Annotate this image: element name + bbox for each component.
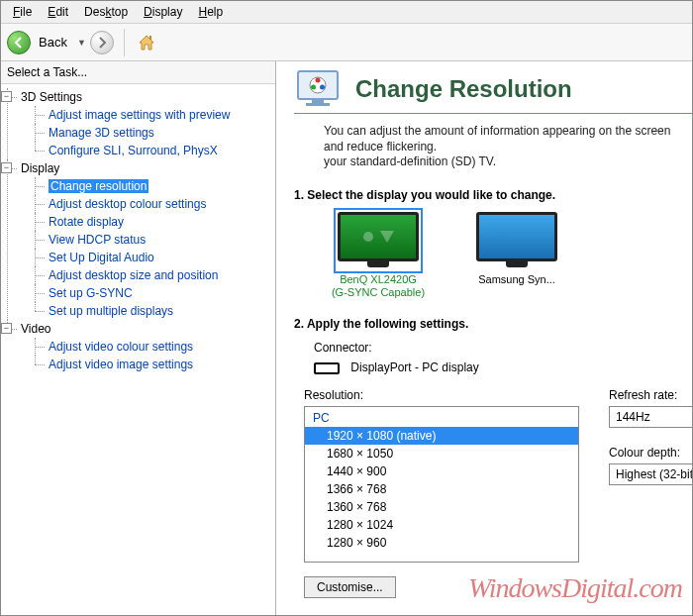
svg-rect-0	[149, 36, 151, 40]
resolution-option[interactable]: 1920 × 1080 (native)	[305, 427, 578, 445]
resolution-option[interactable]: 1360 × 768	[305, 498, 578, 516]
colour-depth-value: Highest (32-bit)	[616, 467, 692, 481]
svg-rect-2	[312, 99, 324, 103]
tree-item[interactable]: Set Up Digital Audio	[35, 249, 273, 266]
monitor-item-samsung[interactable]: Samsung Syn...	[462, 212, 571, 299]
intro-text: You can adjust the amount of information…	[324, 124, 692, 170]
connector-value: DisplayPort - PC display	[350, 360, 478, 374]
monitor-settings-icon	[294, 69, 342, 109]
menu-file[interactable]: File	[5, 3, 40, 21]
svg-point-8	[363, 232, 373, 242]
resolution-option[interactable]: 1366 × 768	[305, 480, 578, 498]
step1-header: 1. Select the display you would like to …	[294, 188, 692, 202]
resolution-label: Resolution:	[304, 388, 579, 402]
task-header: Select a Task...	[1, 61, 275, 84]
monitor-icon	[476, 212, 557, 269]
monitor-item-benq[interactable]: BenQ XL2420G (G-SYNC Capable)	[324, 212, 433, 299]
main-area: Select a Task... − 3D Settings Adjust im…	[1, 61, 692, 616]
tree-item[interactable]: Rotate display	[35, 213, 273, 231]
toolbar-separator	[124, 29, 125, 56]
menu-help[interactable]: Help	[190, 3, 231, 21]
refresh-rate-select[interactable]: 144Hz ▾	[609, 406, 692, 428]
back-dropdown-icon[interactable]: ▼	[77, 38, 86, 48]
monitor-label: Samsung Syn...	[462, 273, 571, 286]
collapse-icon[interactable]: −	[1, 323, 12, 334]
svg-point-6	[311, 85, 316, 90]
refresh-rate-value: 144Hz	[616, 410, 650, 424]
menu-display[interactable]: Display	[136, 3, 190, 21]
monitor-icon	[338, 212, 419, 269]
resolution-option[interactable]: 1280 × 960	[305, 534, 578, 552]
task-tree: − 3D Settings Adjust image settings with…	[1, 84, 275, 377]
resolution-option[interactable]: 1680 × 1050	[305, 445, 578, 462]
tree-item[interactable]: Set up G-SYNC	[35, 284, 273, 302]
tree-item[interactable]: Adjust video image settings	[35, 356, 273, 373]
displayport-icon	[314, 362, 340, 374]
monitor-list: BenQ XL2420G (G-SYNC Capable) Samsung Sy…	[324, 212, 692, 299]
refresh-label: Refresh rate:	[609, 388, 692, 402]
resolution-option[interactable]: 1280 × 1024	[305, 516, 578, 534]
svg-point-5	[316, 78, 321, 83]
collapse-icon[interactable]: −	[1, 162, 12, 173]
connector-value-row: DisplayPort - PC display	[314, 360, 692, 374]
svg-rect-3	[306, 103, 330, 106]
toolbar: Back ▼	[1, 24, 692, 61]
svg-point-7	[320, 85, 325, 90]
watermark: WindowsDigital.com	[468, 572, 682, 604]
collapse-icon[interactable]: −	[1, 91, 12, 102]
tree-item[interactable]: Adjust image settings with preview	[35, 106, 273, 124]
home-icon[interactable]	[135, 31, 158, 54]
title-rule	[294, 113, 692, 114]
tree-item[interactable]: Adjust desktop colour settings	[35, 195, 273, 213]
tree-display[interactable]: − Display Change resolution Adjust deskt…	[7, 159, 273, 320]
resolution-option[interactable]: 1440 × 900	[305, 462, 578, 480]
connector-label: Connector:	[314, 341, 692, 355]
resolution-group: PC	[305, 409, 578, 427]
tree-item[interactable]: Configure SLI, Surround, PhysX	[35, 142, 273, 159]
tree-video[interactable]: − Video Adjust video colour settings Adj…	[7, 320, 273, 373]
depth-label: Colour depth:	[609, 446, 692, 460]
tree-item[interactable]: Manage 3D settings	[35, 124, 273, 142]
back-label[interactable]: Back	[39, 35, 67, 50]
sidebar: Select a Task... − 3D Settings Adjust im…	[1, 61, 276, 616]
customise-button[interactable]: Customise...	[304, 576, 396, 598]
back-button-icon[interactable]	[7, 31, 31, 54]
step2-header: 2. Apply the following settings.	[294, 317, 692, 331]
menu-bar: File Edit Desktop Display Help	[1, 1, 692, 24]
tree-item[interactable]: Set up multiple displays	[35, 302, 273, 320]
menu-desktop[interactable]: Desktop	[76, 3, 136, 21]
tree-item[interactable]: Adjust desktop size and position	[35, 266, 273, 284]
forward-button-icon[interactable]	[90, 31, 114, 54]
tree-3d-settings[interactable]: − 3D Settings Adjust image settings with…	[7, 88, 273, 159]
tree-item-change-resolution[interactable]: Change resolution	[35, 177, 273, 195]
page-title: Change Resolution	[355, 75, 572, 103]
content-panel: Change Resolution You can adjust the amo…	[276, 61, 692, 616]
monitor-label: BenQ XL2420G (G-SYNC Capable)	[324, 273, 433, 299]
colour-depth-select[interactable]: Highest (32-bit) ▾	[609, 463, 692, 485]
resolution-listbox[interactable]: PC 1920 × 1080 (native) 1680 × 1050 1440…	[304, 406, 579, 563]
tree-item[interactable]: View HDCP status	[35, 231, 273, 249]
tree-item[interactable]: Adjust video colour settings	[35, 338, 273, 356]
menu-edit[interactable]: Edit	[40, 3, 76, 21]
